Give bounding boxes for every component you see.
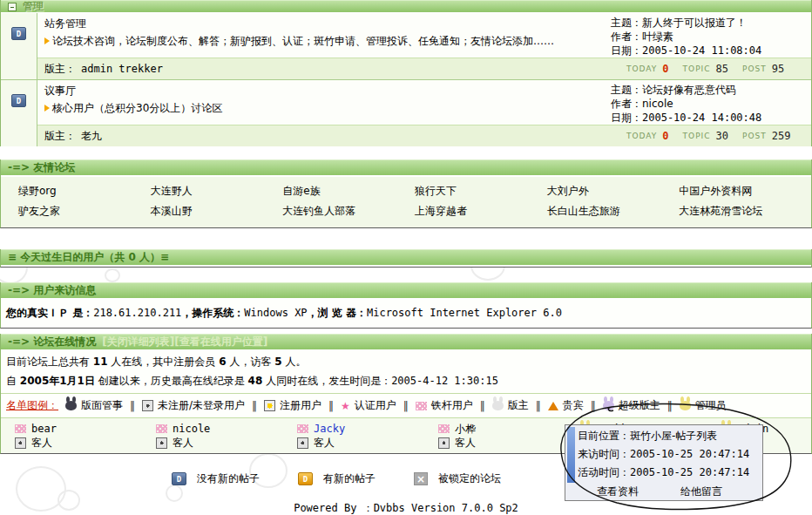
visitor-info-title: -=> 用户来访信息 bbox=[8, 283, 96, 298]
user-link[interactable]: bear bbox=[31, 422, 57, 436]
board-manager-bunny-icon bbox=[65, 401, 77, 410]
online-status-title: -=> 论坛在线情况 bbox=[8, 335, 96, 349]
guest-icon bbox=[15, 437, 26, 449]
user-status: 客人 bbox=[31, 436, 52, 450]
user-status: 客人 bbox=[173, 436, 193, 450]
visitor-ip: 218.61.210.211 bbox=[93, 307, 181, 319]
topic-count: 85 bbox=[716, 63, 728, 75]
loyal-user-icon bbox=[438, 424, 450, 433]
birthday-section: ≡ 今天过生日的用户（共 0 人）≡ bbox=[0, 249, 812, 268]
online-members: 6 bbox=[219, 356, 226, 368]
loyal-user-icon bbox=[297, 424, 308, 433]
friend-link[interactable]: 大连林苑滑雪论坛 bbox=[670, 202, 802, 220]
friend-link[interactable]: 本溪山野 bbox=[142, 202, 274, 220]
last-author-link[interactable]: nicole bbox=[642, 98, 673, 110]
registered-user-icon bbox=[264, 400, 275, 411]
online-total: 11 bbox=[93, 356, 108, 368]
today-count: 0 bbox=[662, 63, 668, 75]
friend-link[interactable]: 驴友之家 bbox=[10, 202, 142, 220]
visitor-os: Windows XP bbox=[244, 307, 307, 319]
loyal-user-icon bbox=[416, 402, 427, 410]
user-status: 客人 bbox=[314, 436, 335, 450]
friend-forums-list: 绿野org 大连野人 自游e族 狼行天下 大刘户外 中国户外资料网 驴友之家 本… bbox=[1, 177, 811, 227]
category-table-admin: 管理 站务管理 论坛技术咨询，论坛制度公布、解答；新驴报到、认证；斑竹申请、管理… bbox=[0, 0, 812, 146]
last-author-link[interactable]: 叶绿素 bbox=[642, 30, 673, 43]
post-count: 95 bbox=[772, 63, 784, 75]
friend-link[interactable]: 大连钓鱼人部落 bbox=[274, 202, 406, 220]
forum-description: 核心用户（总积分30分以上）讨论区 bbox=[44, 100, 606, 116]
forum-link[interactable]: 站务管理 bbox=[44, 16, 606, 31]
active-time: 2005-10-25 20:47:14 bbox=[630, 466, 749, 478]
powered-by: Powered By ：Dvbbs Version 7.0.0 Sp2 bbox=[0, 500, 812, 515]
online-status-header: -=> 论坛在线情况 [关闭详细列表][查看在线用户位置] bbox=[1, 334, 811, 351]
visitor-browser: Microsoft Internet Explorer 6.0 bbox=[367, 307, 562, 319]
friend-link[interactable]: 长白山生态旅游 bbox=[538, 202, 671, 220]
arrow-icon bbox=[44, 105, 50, 112]
footer: Powered By ：Dvbbs Version 7.0.0 Sp2 Copy… bbox=[0, 500, 812, 515]
locked-forum-icon bbox=[414, 472, 428, 485]
user-link[interactable]: 小桦 bbox=[455, 422, 476, 436]
administrator-bunny-icon bbox=[680, 401, 691, 410]
online-record: 48 bbox=[248, 375, 263, 387]
online-summary-line: 目前论坛上总共有 11 人在线，其中注册会员 6 人，访客 5 人。 bbox=[1, 351, 811, 370]
forum-created-date: 2005年1月1日 bbox=[20, 375, 95, 387]
legend-label: 名单图例： bbox=[6, 398, 58, 413]
unregistered-user-icon bbox=[142, 400, 153, 411]
forum-status-cell bbox=[1, 80, 37, 146]
user-status: 客人 bbox=[455, 436, 476, 450]
flower-decoration bbox=[105, 268, 120, 282]
loyal-user-icon bbox=[15, 424, 26, 433]
today-count: 0 bbox=[662, 130, 668, 142]
visitor-info-section: -=> 用户来访信息 您的真实ＩＰ 是：218.61.210.211，操作系统：… bbox=[0, 282, 812, 329]
online-user-cell: 小桦 客人 bbox=[424, 421, 565, 450]
forum-stats: TODAY 0 TOPIC 85 POST 95 bbox=[626, 63, 811, 75]
moderator-links[interactable]: admin trekker bbox=[81, 63, 163, 75]
last-post-date: 2005-10-24 14:00:48 bbox=[642, 112, 761, 124]
super-moderator-bunny-icon bbox=[603, 401, 614, 410]
category-header: 管理 bbox=[1, 0, 811, 13]
friend-link[interactable]: 大连野人 bbox=[142, 182, 274, 200]
certified-user-star-icon bbox=[341, 401, 350, 411]
view-online-position-link[interactable]: [查看在线用户位置] bbox=[174, 335, 267, 349]
last-post-info: 主题：论坛好像有恶意代码 作者：nicole 日期：2005-10-24 14:… bbox=[609, 80, 811, 125]
current-position: 斑竹小屋-帖子列表 bbox=[630, 430, 717, 442]
category-title: 管理 bbox=[23, 0, 44, 14]
arrow-icon bbox=[44, 37, 50, 44]
close-detail-list-link[interactable]: [关闭详细列表] bbox=[102, 335, 174, 349]
view-profile-link[interactable]: 查看资料 bbox=[597, 482, 639, 501]
forum-page: 管理 站务管理 论坛技术咨询，论坛制度公布、解答；新驴报到、认证；斑竹申请、管理… bbox=[0, 0, 812, 515]
user-info-tooltip: 目前位置：斑竹小屋-帖子列表 来访时间：2005-10-25 20:47:14 … bbox=[565, 424, 763, 501]
friend-link[interactable]: 绿野org bbox=[10, 182, 142, 200]
tooltip-selection-strip bbox=[567, 427, 575, 483]
friend-link[interactable]: 中国户外资料网 bbox=[670, 182, 802, 200]
moderator-label: 版主： bbox=[44, 62, 76, 77]
friend-link[interactable]: 自游e族 bbox=[274, 182, 406, 200]
vip-triangle-icon bbox=[548, 402, 558, 410]
no-new-posts-icon bbox=[11, 94, 26, 107]
online-user-cell: Jacky 客人 bbox=[283, 421, 424, 450]
post-count: 259 bbox=[772, 130, 791, 142]
online-record-line: 自 2005年1月1日 创建以来，历史最高在线纪录是 48 人同时在线，发生时间… bbox=[1, 370, 811, 390]
friend-link[interactable]: 上海穿越者 bbox=[406, 202, 538, 220]
last-topic-link[interactable]: 论坛好像有恶意代码 bbox=[642, 84, 736, 96]
online-guests: 5 bbox=[274, 356, 281, 368]
moderator-links[interactable]: 老九 bbox=[81, 129, 102, 144]
guest-icon bbox=[156, 437, 167, 449]
user-link[interactable]: Jacky bbox=[314, 422, 345, 436]
last-topic-link[interactable]: 新人终于可以报道了！ bbox=[642, 17, 747, 29]
forum-row: 站务管理 论坛技术咨询，论坛制度公布、解答；新驴报到、认证；斑竹申请、管理投诉、… bbox=[1, 13, 811, 80]
collapse-icon[interactable] bbox=[8, 3, 17, 11]
record-time: 2005-4-12 1:30:15 bbox=[391, 375, 498, 387]
user-legend-line: 名单图例： 版面管事 ‖ 未注册/未登录用户 ‖ 注册用户 ‖ 认证用户 ‖ 铁… bbox=[1, 393, 811, 417]
friend-link[interactable]: 狼行天下 bbox=[406, 182, 538, 200]
last-post-date: 2005-10-24 11:08:04 bbox=[642, 44, 761, 57]
forum-link[interactable]: 议事厅 bbox=[44, 83, 606, 98]
topic-count: 30 bbox=[716, 130, 728, 142]
online-user-cell: bear 客人 bbox=[1, 421, 142, 450]
forum-stats: TODAY 0 TOPIC 30 POST 259 bbox=[626, 130, 811, 142]
visitor-info-body: 您的真实ＩＰ 是：218.61.210.211，操作系统：Windows XP，… bbox=[1, 300, 811, 328]
leave-message-link[interactable]: 给他留言 bbox=[680, 482, 722, 501]
friend-link[interactable]: 大刘户外 bbox=[538, 182, 671, 200]
birthday-header: ≡ 今天过生日的用户（共 0 人）≡ bbox=[1, 249, 811, 267]
user-link[interactable]: nicole bbox=[173, 422, 210, 436]
